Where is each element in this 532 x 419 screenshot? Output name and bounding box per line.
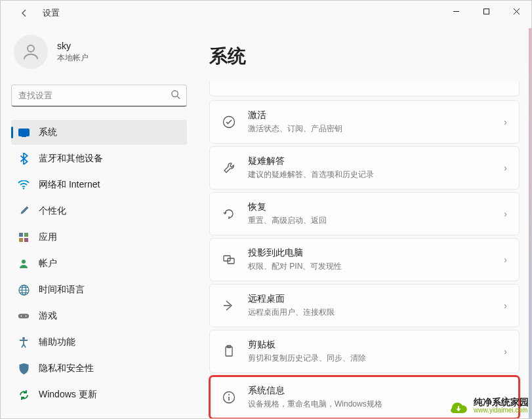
svg-rect-8 xyxy=(19,238,23,242)
card-sub: 剪切和复制历史记录、同步、清除 xyxy=(248,353,492,364)
wifi-icon xyxy=(18,179,30,191)
card-title: 远程桌面 xyxy=(248,293,492,305)
card-title: 疑难解答 xyxy=(248,155,492,167)
page-title: 系统 xyxy=(209,44,520,69)
watermark-text: 纯净系统家园 www.yidaimei.com xyxy=(474,397,529,414)
sidebar-item-label: 时间和语言 xyxy=(39,284,85,296)
account-icon xyxy=(18,258,30,269)
chevron-right-icon: › xyxy=(504,300,507,311)
maximize-icon xyxy=(483,8,490,15)
sidebar-item-time-language[interactable]: 时间和语言 xyxy=(11,277,187,302)
window-controls xyxy=(441,1,531,22)
svg-point-2 xyxy=(172,90,178,96)
card-sub: 远程桌面用户、连接权限 xyxy=(248,307,492,318)
sidebar-item-label: 游戏 xyxy=(39,310,57,322)
svg-rect-0 xyxy=(483,9,489,14)
card-title: 投影到此电脑 xyxy=(248,247,492,259)
card-text: 激活 激活状态、订阅、产品密钥 xyxy=(248,110,492,134)
arrow-left-icon xyxy=(19,8,30,18)
remote-icon xyxy=(222,298,236,313)
user-row[interactable]: sky 本地帐户 xyxy=(11,35,187,69)
sidebar-item-label: 蓝牙和其他设备 xyxy=(39,153,103,165)
svg-rect-3 xyxy=(18,129,29,136)
sidebar-item-bluetooth[interactable]: 蓝牙和其他设备 xyxy=(11,146,187,171)
sidebar-item-privacy[interactable]: 隐私和安全性 xyxy=(11,356,187,381)
bluetooth-icon xyxy=(18,153,30,165)
settings-cards: 激活 激活状态、订阅、产品密钥 › 疑难解答 建议的疑难解答、首选项和历史记录 … xyxy=(209,82,520,418)
card-project[interactable]: 投影到此电脑 权限、配对 PIN、可发现性 › xyxy=(209,238,520,281)
sidebar-item-apps[interactable]: 应用 xyxy=(11,225,187,250)
sidebar-item-label: 系统 xyxy=(39,127,57,138)
card-stub xyxy=(209,82,520,96)
person-icon xyxy=(21,42,41,62)
sidebar-item-label: 个性化 xyxy=(39,205,66,217)
project-icon xyxy=(222,252,236,267)
sidebar-item-accessibility[interactable]: 辅助功能 xyxy=(11,330,187,355)
avatar xyxy=(14,35,48,69)
card-activation[interactable]: 激活 激活状态、订阅、产品密钥 › xyxy=(209,100,520,144)
sidebar-item-personalization[interactable]: 个性化 xyxy=(11,199,187,224)
main: 系统 激活 激活状态、订阅、产品密钥 › 疑难解答 建议的疑难解答、首选项和历史… xyxy=(197,26,531,418)
card-sub: 激活状态、订阅、产品密钥 xyxy=(248,123,492,134)
sidebar-item-accounts[interactable]: 帐户 xyxy=(11,251,187,276)
sidebar: sky 本地帐户 系统 蓝牙和其他设备 xyxy=(1,26,197,418)
recovery-icon xyxy=(222,207,236,221)
watermark-title: 纯净系统家园 xyxy=(474,397,529,407)
card-text: 剪贴板 剪切和复制历史记录、同步、清除 xyxy=(248,339,492,364)
minimize-button[interactable] xyxy=(441,1,471,22)
sidebar-item-label: Windows 更新 xyxy=(39,389,97,401)
sidebar-item-label: 隐私和安全性 xyxy=(39,363,94,374)
sidebar-item-label: 帐户 xyxy=(39,258,57,269)
svg-rect-9 xyxy=(24,238,28,242)
update-icon xyxy=(18,389,30,401)
wrench-icon xyxy=(222,161,236,175)
card-remote-desktop[interactable]: 远程桌面 远程桌面用户、连接权限 › xyxy=(209,284,520,327)
sidebar-nav: 系统 蓝牙和其他设备 网络和 Internet 个性化 应用 xyxy=(11,120,187,407)
card-troubleshoot[interactable]: 疑难解答 建议的疑难解答、首选项和历史记录 › xyxy=(209,146,520,190)
chevron-right-icon: › xyxy=(504,254,507,265)
content: sky 本地帐户 系统 蓝牙和其他设备 xyxy=(1,26,531,418)
sidebar-item-windows-update[interactable]: Windows 更新 xyxy=(11,382,187,407)
system-icon xyxy=(18,127,30,138)
search-wrap xyxy=(11,85,187,107)
card-text: 疑难解答 建议的疑难解答、首选项和历史记录 xyxy=(248,155,492,180)
clipboard-icon xyxy=(222,344,236,359)
card-title: 恢复 xyxy=(248,201,492,213)
chevron-right-icon: › xyxy=(504,163,507,173)
close-button[interactable] xyxy=(501,1,531,22)
apps-icon xyxy=(18,231,30,243)
sidebar-item-network[interactable]: 网络和 Internet xyxy=(11,172,187,197)
sidebar-item-gaming[interactable]: 游戏 xyxy=(11,304,187,329)
globe-icon xyxy=(18,284,30,296)
sidebar-item-system[interactable]: 系统 xyxy=(11,120,187,145)
svg-point-23 xyxy=(228,394,230,395)
chevron-right-icon: › xyxy=(504,346,507,357)
check-circle-icon xyxy=(222,115,236,129)
info-icon xyxy=(222,390,236,405)
titlebar: 设置 xyxy=(1,1,531,26)
watermark-logo-icon xyxy=(447,395,470,417)
search-input[interactable] xyxy=(11,85,187,107)
maximize-button[interactable] xyxy=(471,1,501,22)
card-sub: 重置、高级启动、返回 xyxy=(248,215,492,226)
svg-rect-13 xyxy=(18,313,29,318)
edge-decoration xyxy=(529,28,531,418)
card-clipboard[interactable]: 剪贴板 剪切和复制历史记录、同步、清除 › xyxy=(209,330,520,373)
user-text: sky 本地帐户 xyxy=(57,41,89,64)
card-sub: 权限、配对 PIN、可发现性 xyxy=(248,261,492,272)
user-name: sky xyxy=(57,41,89,51)
watermark: 纯净系统家园 www.yidaimei.com xyxy=(447,395,529,417)
card-sub: 建议的疑难解答、首选项和历史记录 xyxy=(248,169,492,180)
card-title: 激活 xyxy=(248,110,492,121)
accessibility-icon xyxy=(18,336,30,348)
watermark-sub: www.yidaimei.com xyxy=(474,407,529,414)
back-button[interactable] xyxy=(14,3,35,24)
card-text: 投影到此电脑 权限、配对 PIN、可发现性 xyxy=(248,247,492,272)
sidebar-item-label: 网络和 Internet xyxy=(39,179,100,191)
search-icon xyxy=(171,90,180,102)
svg-rect-20 xyxy=(226,347,232,356)
user-sub: 本地帐户 xyxy=(57,52,89,64)
card-recovery[interactable]: 恢复 重置、高级启动、返回 › xyxy=(209,192,520,235)
gamepad-icon xyxy=(18,310,30,322)
window-title: 设置 xyxy=(43,7,60,19)
